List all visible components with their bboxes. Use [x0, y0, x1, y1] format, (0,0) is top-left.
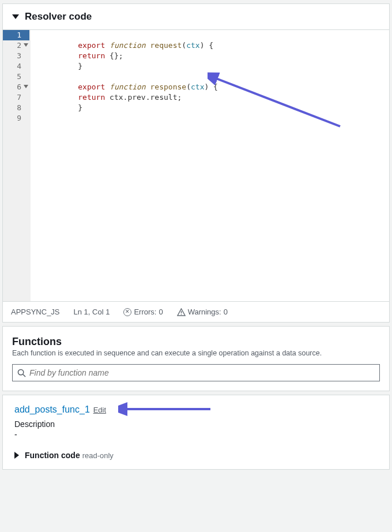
status-errors: ✕ Errors: 0: [123, 308, 163, 316]
function-header-row: add_posts_func_1 Edit: [14, 404, 378, 415]
chevron-down-icon: [12, 14, 19, 19]
error-icon: ✕: [123, 308, 131, 316]
function-item-panel: add_posts_func_1 Edit Description - Func…: [2, 395, 390, 470]
editor-gutter: 123456789: [3, 30, 31, 301]
svg-point-2: [180, 314, 182, 315]
functions-description: Each function is executed in sequence an…: [12, 349, 380, 357]
resolver-code-panel: Resolver code 123456789 export function …: [2, 3, 390, 323]
function-description-value: -: [14, 430, 378, 439]
svg-point-3: [18, 369, 23, 374]
search-icon: [17, 369, 26, 377]
editor-statusbar: APPSYNC_JS Ln 1, Col 1 ✕ Errors: 0 Warni…: [3, 302, 389, 322]
function-code-label: Function code: [25, 451, 80, 460]
status-warnings: Warnings: 0: [177, 308, 228, 316]
functions-title: Functions: [12, 336, 380, 348]
functions-search-input[interactable]: [29, 368, 375, 377]
readonly-badge: read-only: [82, 451, 114, 460]
function-code-collapse[interactable]: Function code read-only: [14, 451, 378, 460]
status-cursor-pos: Ln 1, Col 1: [74, 308, 110, 316]
resolver-title: Resolver code: [25, 11, 92, 23]
functions-panel: Functions Each function is executed in s…: [2, 326, 390, 391]
function-description-label: Description: [14, 419, 378, 429]
code-editor[interactable]: 123456789 export function request(ctx) {…: [3, 29, 389, 302]
functions-search[interactable]: [12, 364, 380, 381]
warning-icon: [177, 308, 186, 316]
status-runtime: APPSYNC_JS: [11, 308, 60, 316]
chevron-right-icon: [14, 452, 19, 459]
function-edit-link[interactable]: Edit: [93, 406, 106, 414]
function-name-link[interactable]: add_posts_func_1: [14, 404, 90, 414]
resolver-collapse-header[interactable]: Resolver code: [3, 4, 389, 29]
editor-code-area[interactable]: export function request(ctx) { return {}…: [31, 30, 389, 301]
svg-line-4: [23, 374, 25, 376]
